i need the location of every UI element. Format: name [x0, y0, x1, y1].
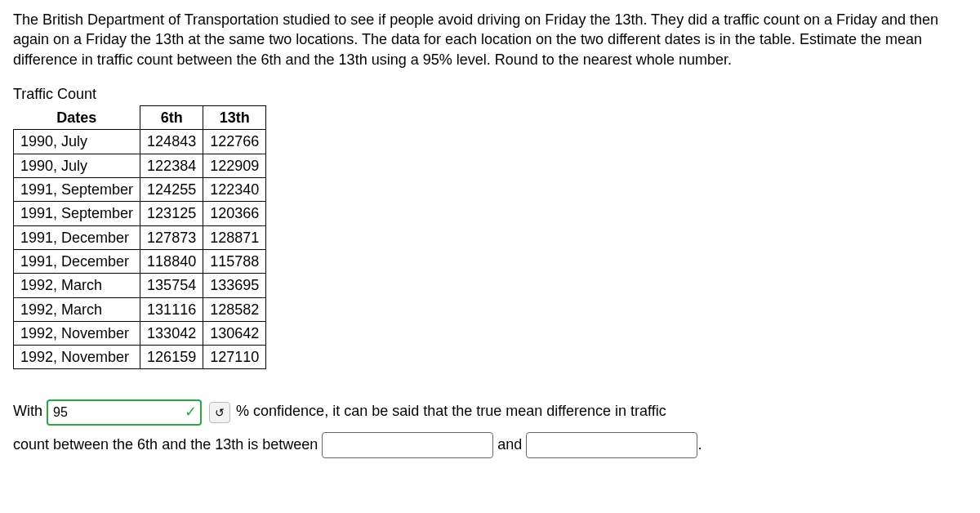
cell-date: 1991, December: [14, 249, 140, 273]
cell-13th: 122766: [203, 130, 266, 154]
table-row: 1990, July 122384 122909: [14, 154, 266, 177]
reset-icon: ↺: [215, 406, 225, 419]
reset-button[interactable]: ↺: [209, 402, 230, 423]
text-between: count between the 6th and the 13th is be…: [13, 436, 318, 453]
table-row: 1991, September 123125 120366: [14, 202, 266, 225]
table-row: 1991, September 124255 122340: [14, 178, 266, 202]
table-row: 1990, July 124843 122766: [14, 130, 266, 154]
cell-13th: 120366: [203, 202, 266, 225]
cell-6th: 135754: [140, 274, 203, 297]
text-and: and: [497, 436, 522, 453]
cell-13th: 122909: [203, 154, 266, 177]
cell-6th: 127873: [140, 225, 203, 249]
table-row: 1991, December 127873 128871: [14, 225, 266, 249]
table-row: 1991, December 118840 115788: [14, 249, 266, 273]
table-row: 1992, March 131116 128582: [14, 297, 266, 321]
cell-date: 1991, September: [14, 202, 140, 225]
text-period: .: [697, 436, 702, 453]
header-dates: Dates: [14, 106, 140, 130]
cell-13th: 128582: [203, 297, 266, 321]
table-row: 1992, November 126159 127110: [14, 346, 266, 369]
text-pct-confidence: % confidence, it can be said that the tr…: [236, 403, 666, 419]
table-row: 1992, March 135754 133695: [14, 274, 266, 297]
cell-6th: 131116: [140, 297, 203, 321]
cell-date: 1990, July: [14, 130, 140, 154]
cell-6th: 133042: [140, 321, 203, 345]
table-header-row: Dates 6th 13th: [14, 106, 266, 130]
cell-date: 1992, November: [14, 321, 140, 345]
text-with: With: [13, 403, 42, 419]
header-13th: 13th: [203, 106, 266, 130]
cell-13th: 128871: [203, 225, 266, 249]
cell-6th: 122384: [140, 154, 203, 177]
cell-6th: 123125: [140, 202, 203, 225]
cell-date: 1990, July: [14, 154, 140, 177]
cell-date: 1992, March: [14, 297, 140, 321]
cell-13th: 115788: [203, 249, 266, 273]
answer-sentence: With ✓ ↺ % confidence, it can be said th…: [13, 395, 967, 461]
table-row: 1992, November 133042 130642: [14, 321, 266, 345]
cell-13th: 130642: [203, 321, 266, 345]
header-6th: 6th: [140, 106, 203, 130]
checkmark-icon: ✓: [185, 404, 197, 420]
table-title: Traffic Count: [13, 84, 967, 104]
problem-statement: The British Department of Transportation…: [13, 10, 967, 69]
cell-date: 1991, September: [14, 178, 140, 202]
cell-6th: 118840: [140, 249, 203, 273]
cell-13th: 122340: [203, 178, 266, 202]
cell-13th: 133695: [203, 274, 266, 297]
lower-bound-input[interactable]: [322, 432, 493, 458]
confidence-input[interactable]: [47, 399, 202, 426]
cell-13th: 127110: [203, 346, 266, 369]
cell-date: 1991, December: [14, 225, 140, 249]
cell-6th: 124255: [140, 178, 203, 202]
cell-date: 1992, March: [14, 274, 140, 297]
cell-date: 1992, November: [14, 346, 140, 369]
upper-bound-input[interactable]: [526, 432, 697, 458]
traffic-table: Dates 6th 13th 1990, July 124843 122766 …: [13, 105, 266, 369]
cell-6th: 124843: [140, 130, 203, 154]
cell-6th: 126159: [140, 346, 203, 369]
